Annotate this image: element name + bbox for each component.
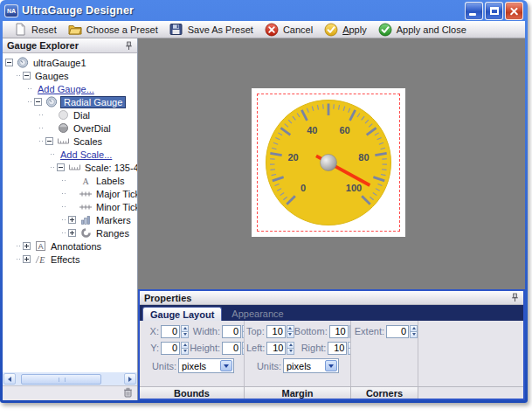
width-input[interactable]: 0 <box>222 325 241 338</box>
tree-item-overdial[interactable]: OverDial <box>3 121 137 135</box>
tree-label-major-tickmar[interactable]: Major Tickmar <box>94 189 137 199</box>
horizontal-scrollbar[interactable] <box>3 372 137 385</box>
collapse-box-icon[interactable] <box>57 163 65 171</box>
tree-item-add-gauge[interactable]: Add Gauge... <box>3 82 137 95</box>
choose-a-preset-button[interactable]: Choose a Preset <box>65 22 166 38</box>
x-input[interactable]: 0 <box>161 325 180 338</box>
scroll-right-icon[interactable] <box>124 373 136 385</box>
effects-icon: E <box>33 253 47 265</box>
tree-label-labels[interactable]: Labels <box>94 176 126 186</box>
top-input[interactable]: 10 <box>266 325 286 338</box>
tree-connector <box>17 259 22 260</box>
units-select[interactable]: pixels <box>283 358 339 373</box>
pin-icon[interactable] <box>125 41 133 51</box>
tree-label-radial-gauge[interactable]: Radial Gauge <box>60 96 126 108</box>
tree-item-gauges[interactable]: Gauges <box>3 69 137 82</box>
tree-item-radial-gauge[interactable]: Radial Gauge <box>3 95 137 108</box>
maximize-button[interactable] <box>485 2 503 20</box>
x-spin-down-icon[interactable] <box>181 331 189 338</box>
gauge-card[interactable]: 020406080100 <box>252 88 405 237</box>
tab-gauge-layout[interactable]: Gauge Layout <box>142 307 222 321</box>
tree-label-effects[interactable]: Effects <box>49 254 81 265</box>
expand-box-icon[interactable] <box>68 216 76 224</box>
tree-item-ranges[interactable]: Ranges <box>3 226 137 239</box>
collapse-box-icon[interactable] <box>5 59 13 66</box>
gauge-icon <box>45 96 59 107</box>
right-input[interactable]: 10 <box>328 342 347 355</box>
scroll-left-icon[interactable] <box>3 373 16 385</box>
tree-label-ranges[interactable]: Ranges <box>94 228 131 239</box>
extent-spin-down-icon[interactable] <box>410 331 418 338</box>
apply-and-close-button[interactable]: Apply and Close <box>375 22 474 38</box>
tree-item-minor-tickmar[interactable]: Minor Tickmar <box>3 200 137 213</box>
tree-item-dial[interactable]: Dial <box>3 108 137 121</box>
units-select[interactable]: pixels <box>178 358 234 373</box>
tree-connector <box>39 128 45 128</box>
tree-label-add-scale[interactable]: Add Scale... <box>59 149 114 160</box>
apply-button[interactable]: Apply <box>321 22 375 38</box>
save-as-preset-button[interactable]: Save As Preset <box>166 22 261 38</box>
gauge-minor-tick <box>382 170 386 170</box>
height-input[interactable]: 0 <box>222 342 241 355</box>
tree-label-ultragauge1[interactable]: ultraGauge1 <box>31 58 88 68</box>
design-canvas[interactable]: 020406080100 <box>138 38 525 290</box>
y-spinner <box>181 342 189 355</box>
gauge-hub <box>321 155 337 171</box>
chevron-down-icon[interactable] <box>325 360 337 371</box>
gauge-minor-tick <box>334 104 335 108</box>
top-label: Top: <box>246 326 265 336</box>
expand-box-icon[interactable] <box>68 229 76 237</box>
tree-label-overdial[interactable]: OverDial <box>72 123 113 134</box>
ranges-icon <box>79 227 93 239</box>
tree-item-add-scale[interactable]: Add Scale... <box>3 148 137 161</box>
collapse-box-icon[interactable] <box>34 98 42 106</box>
pin-icon[interactable] <box>511 293 519 302</box>
tree-item-annotations[interactable]: AAnnotations <box>3 239 137 253</box>
extent-input[interactable]: 0 <box>386 325 409 338</box>
close-button[interactable] <box>505 2 523 20</box>
title-bar[interactable]: NA UltraGauge Designer <box>3 0 525 21</box>
tree-item-scale-135-405-de[interactable]: Scale: 135-405 de <box>3 161 137 174</box>
tree-label-markers[interactable]: Markers <box>94 215 133 225</box>
top-spin-down-icon[interactable] <box>287 331 294 338</box>
gauge-explorer-tree: ultraGauge1GaugesAdd Gauge...Radial Gaug… <box>3 53 137 372</box>
tree-label-scale-135-405-de[interactable]: Scale: 135-405 de <box>83 163 137 173</box>
cancel-button[interactable]: Cancel <box>261 22 321 38</box>
tree-item-labels[interactable]: ALabels <box>3 174 137 187</box>
gauge-tick-label: 80 <box>358 152 369 163</box>
left-spin-down-icon[interactable] <box>287 348 294 355</box>
reset-button[interactable]: Reset <box>10 22 65 38</box>
tree-label-minor-tickmar[interactable]: Minor Tickmar <box>94 202 137 212</box>
tree-item-markers[interactable]: Markers <box>3 213 137 226</box>
tree-label-annotations[interactable]: Annotations <box>49 241 103 252</box>
tab-appearance[interactable]: Appearance <box>225 307 290 321</box>
apply-and-close-label: Apply and Close <box>397 24 466 35</box>
minimize-button[interactable] <box>465 2 483 20</box>
expand-box-icon[interactable] <box>23 242 31 250</box>
tree-item-major-tickmar[interactable]: Major Tickmar <box>3 187 137 200</box>
tree-item-effects[interactable]: EEffects <box>3 253 137 266</box>
tree-label-scales[interactable]: Scales <box>72 136 104 147</box>
y-spin-down-icon[interactable] <box>181 348 189 355</box>
bottom-input[interactable]: 10 <box>329 325 349 338</box>
tree-connector <box>62 232 67 233</box>
tree-label-dial[interactable]: Dial <box>72 110 92 121</box>
apply-label: Apply <box>342 24 367 35</box>
expand-box-icon[interactable] <box>23 255 31 263</box>
y-input[interactable]: 0 <box>161 342 180 355</box>
dial-icon <box>56 109 70 121</box>
units-label: Units: <box>142 361 176 371</box>
scrollbar-thumb[interactable] <box>21 374 101 385</box>
left-spinner <box>287 342 294 355</box>
tree-item-scales[interactable]: Scales <box>3 135 137 148</box>
tree-label-gauges[interactable]: Gauges <box>33 71 71 81</box>
collapse-box-icon[interactable] <box>23 72 31 80</box>
margin-group: Top:10Bottom:10Left:10Right:10Units:pixe… <box>245 321 351 386</box>
tree-item-ultragauge1[interactable]: ultraGauge1 <box>3 56 137 69</box>
collapse-box-icon[interactable] <box>45 137 53 145</box>
left-input[interactable]: 10 <box>266 342 286 355</box>
trash-icon[interactable] <box>123 387 133 399</box>
chevron-down-icon[interactable] <box>220 360 232 371</box>
tree-label-add-gauge[interactable]: Add Gauge... <box>36 84 96 94</box>
reset-label: Reset <box>31 24 57 35</box>
